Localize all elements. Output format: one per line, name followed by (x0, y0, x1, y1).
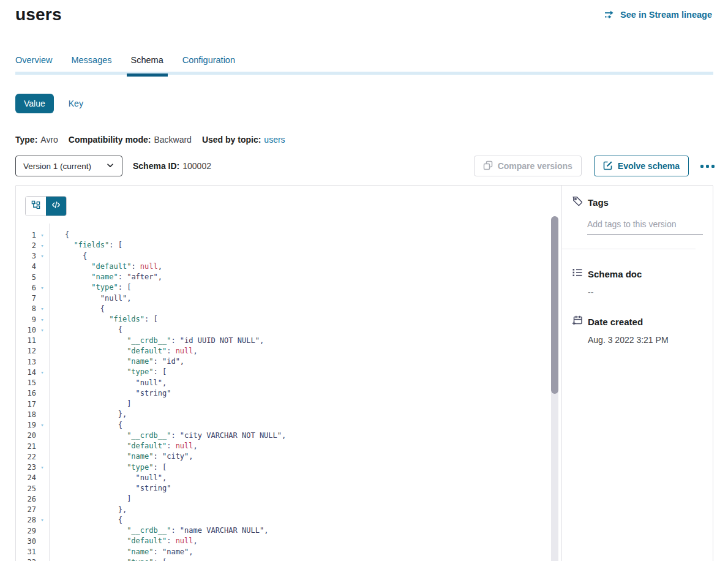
gutter-row: 7 (16, 293, 49, 304)
fold-arrow-icon[interactable]: ▾ (36, 464, 48, 470)
gutter-row: 21 (16, 441, 49, 451)
compatibility-field: Compatibility mode:Backward (69, 135, 192, 145)
gutter-row: 12 (16, 346, 49, 356)
code-line: "default": null, (65, 262, 561, 272)
line-number: 29 (16, 527, 36, 535)
gutter-row: 18 (16, 409, 49, 420)
fold-arrow-icon[interactable]: ▾ (36, 327, 48, 333)
value-toggle-button[interactable]: Value (15, 94, 54, 113)
compare-versions-label: Compare versions (498, 161, 572, 171)
tab-bar: Overview Messages Schema Configuration (15, 55, 713, 77)
line-number: 13 (16, 358, 36, 366)
fold-arrow-icon[interactable]: ▾ (36, 253, 48, 259)
compare-versions-icon (483, 160, 493, 172)
code-line: { (65, 325, 561, 335)
schema-id-field: Schema ID:100002 (133, 161, 211, 171)
line-number: 9 (16, 315, 36, 324)
compare-versions-button[interactable]: Compare versions (474, 156, 582, 176)
line-number: 22 (16, 453, 36, 461)
more-options-button[interactable] (699, 161, 716, 171)
value-key-toggle: Value Key (15, 94, 83, 113)
code-line: "default": null, (65, 536, 561, 546)
line-number: 7 (16, 294, 36, 303)
version-select[interactable]: Version 1 (current) (15, 156, 122, 176)
gutter-row: 8▾ (16, 304, 49, 314)
gutter-row: 25 (16, 483, 49, 494)
code-line: { (65, 230, 561, 240)
fold-arrow-icon[interactable]: ▾ (36, 517, 48, 523)
fold-arrow-icon[interactable]: ▾ (36, 285, 48, 291)
key-toggle-button[interactable]: Key (69, 99, 83, 108)
gutter-row: 14▾ (16, 367, 49, 377)
see-in-stream-lineage-link[interactable]: See in Stream lineage (604, 10, 712, 20)
calendar-plus-icon (572, 315, 583, 328)
code-line: "name": "after", (65, 272, 561, 282)
date-created-value: Aug. 3 2022 3:21 PM (588, 335, 703, 345)
gutter-row: 11 (16, 336, 49, 346)
gutter-row: 29 (16, 525, 49, 536)
fold-arrow-icon[interactable]: ▾ (36, 243, 48, 249)
gutter-row: 23▾ (16, 462, 49, 473)
schema-doc-value: -- (588, 287, 703, 297)
code-line: "null", (65, 473, 561, 483)
line-number: 18 (16, 410, 36, 419)
schema-id-value: 100002 (182, 161, 211, 171)
tab-messages[interactable]: Messages (71, 55, 111, 77)
gutter-row: 1▾ (16, 230, 49, 240)
line-number: 14 (16, 368, 36, 377)
fold-arrow-icon[interactable]: ▾ (36, 317, 48, 323)
fold-arrow-icon[interactable]: ▾ (36, 232, 48, 238)
tab-configuration[interactable]: Configuration (182, 55, 235, 77)
code-line: "name": "name", (65, 547, 561, 557)
code-line: }, (65, 409, 561, 420)
code-line: "name": "id", (65, 356, 561, 367)
line-number: 26 (16, 495, 36, 503)
date-created-title: Date created (588, 317, 643, 327)
code-line: "__crdb__": "id UUID NOT NULL", (65, 336, 561, 346)
line-number: 23 (16, 463, 36, 472)
controls-row: Version 1 (current) Schema ID:100002 Com… (15, 156, 716, 176)
page-title: users (15, 5, 62, 24)
code-line: "__crdb__": "name VARCHAR NULL", (65, 525, 561, 536)
topic-link[interactable]: users (264, 135, 285, 145)
tree-view-button[interactable] (26, 197, 46, 216)
fold-arrow-icon[interactable]: ▾ (36, 422, 48, 428)
fold-arrow-icon[interactable]: ▾ (36, 369, 48, 375)
scrollbar-track[interactable] (551, 216, 558, 561)
line-number: 31 (16, 548, 36, 556)
tab-overview[interactable]: Overview (15, 55, 52, 77)
gutter-row: 6▾ (16, 282, 49, 293)
code-line: "type": [ (65, 462, 561, 473)
line-number: 32 (16, 558, 36, 561)
edit-icon (603, 160, 613, 172)
gutter-row: 9▾ (16, 314, 49, 325)
line-number: 4 (16, 262, 36, 271)
code-line: "string" (65, 483, 561, 494)
scrollbar-thumb[interactable] (551, 216, 558, 394)
code-line: { (65, 304, 561, 314)
sidebar-divider (562, 249, 696, 249)
gutter-row: 19▾ (16, 420, 49, 431)
gutter-row: 31 (16, 547, 49, 557)
code-view-icon (51, 200, 61, 212)
dot-icon (706, 165, 709, 168)
line-number: 17 (16, 400, 36, 409)
line-number: 2 (16, 241, 36, 250)
see-in-stream-lineage-label: See in Stream lineage (620, 10, 712, 20)
code-view-button[interactable] (46, 197, 66, 216)
tab-schema[interactable]: Schema (131, 55, 163, 77)
line-number: 10 (16, 326, 36, 334)
gutter-row: 28▾ (16, 515, 49, 525)
code-line: }, (65, 505, 561, 515)
line-number: 25 (16, 484, 36, 493)
fold-arrow-icon[interactable]: ▾ (36, 306, 48, 312)
schema-code-panel: 1▾2▾3▾456▾78▾9▾10▾11121314▾1516171819▾20… (16, 186, 562, 561)
add-tags-input[interactable] (587, 219, 703, 235)
code-line: "default": null, (65, 441, 561, 451)
gutter-row: 3▾ (16, 251, 49, 262)
code-lines: { "fields": [ { "default": null, "name":… (50, 224, 561, 561)
schema-doc-title: Schema doc (588, 269, 642, 279)
evolve-schema-button[interactable]: Evolve schema (594, 156, 689, 176)
code-line: ] (65, 494, 561, 504)
code-editor: 1▾2▾3▾456▾78▾9▾10▾11121314▾1516171819▾20… (16, 224, 561, 561)
